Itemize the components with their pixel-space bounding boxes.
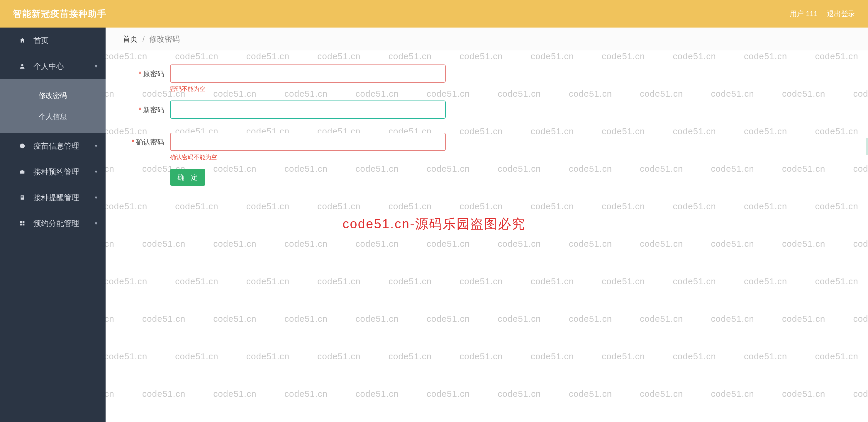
chevron-down-icon: ▾ [95, 220, 97, 227]
new-password-input[interactable] [170, 100, 446, 119]
svg-point-1 [20, 143, 25, 149]
breadcrumb-home[interactable]: 首页 [123, 34, 138, 44]
header-right: 用户 111 退出登录 [790, 9, 855, 19]
new-password-label: *新密码 [123, 100, 170, 115]
sidebar-item-home[interactable]: 首页 [0, 28, 105, 53]
form-row-submit: 确 定 [123, 169, 850, 186]
svg-rect-3 [22, 170, 23, 171]
document-icon [18, 193, 26, 202]
home-icon [18, 36, 26, 44]
required-mark: * [139, 106, 141, 114]
sidebar-subitem-label: 个人信息 [39, 112, 67, 121]
sidebar-item-label: 个人中心 [33, 61, 64, 71]
breadcrumb: 首页 / 修改密码 [105, 28, 868, 51]
svg-rect-9 [20, 224, 22, 225]
chevron-down-icon: ▾ [95, 63, 97, 69]
svg-rect-5 [21, 196, 23, 197]
old-password-error: 密码不能为空 [170, 85, 446, 93]
vaccine-icon [18, 142, 26, 150]
svg-rect-8 [23, 221, 24, 223]
sidebar-subitem-change-password[interactable]: 修改密码 [0, 85, 105, 106]
form-row-confirm-password: *确认密码 确认密码不能为空 [123, 133, 850, 161]
sidebar-item-appointment[interactable]: 接种预约管理 ▾ [0, 159, 105, 185]
form-row-old-password: *原密码 密码不能为空 [123, 64, 850, 93]
logout-link[interactable]: 退出登录 [827, 9, 855, 19]
sidebar-item-personal[interactable]: 个人中心 ▾ [0, 53, 105, 79]
scrollbar-thumb[interactable] [866, 138, 868, 155]
grid-icon [18, 219, 26, 227]
sidebar-item-vaccine[interactable]: 疫苗信息管理 ▾ [0, 133, 105, 159]
chevron-down-icon: ▾ [95, 194, 97, 201]
breadcrumb-sep: / [143, 35, 145, 44]
sidebar-item-label: 接种预约管理 [33, 167, 79, 177]
svg-point-0 [21, 64, 23, 66]
svg-rect-6 [21, 197, 23, 198]
sidebar: 首页 个人中心 ▾ 修改密码 个人信息 疫苗信息管理 ▾ 接种预约管理 ▾ 接种… [0, 28, 105, 422]
required-mark: * [139, 70, 141, 78]
app-title: 智能新冠疫苗接种助手 [13, 8, 107, 20]
old-password-input[interactable] [170, 64, 446, 83]
breadcrumb-current: 修改密码 [149, 34, 180, 44]
user-icon [18, 62, 26, 70]
chevron-down-icon: ▾ [95, 143, 97, 149]
sidebar-item-reminder[interactable]: 接种提醒管理 ▾ [0, 185, 105, 210]
sidebar-item-label: 接种提醒管理 [33, 193, 79, 203]
required-mark: * [132, 138, 134, 146]
new-password-hint [170, 121, 446, 125]
confirm-password-input[interactable] [170, 133, 446, 151]
sidebar-item-label: 首页 [33, 35, 49, 46]
submit-button[interactable]: 确 定 [170, 169, 205, 186]
svg-rect-7 [20, 221, 22, 223]
sidebar-submenu-personal: 修改密码 个人信息 [0, 79, 105, 133]
svg-rect-10 [23, 224, 24, 225]
form-row-new-password: *新密码 [123, 100, 850, 125]
sidebar-subitem-profile[interactable]: 个人信息 [0, 106, 105, 127]
sidebar-item-label: 预约分配管理 [33, 218, 79, 229]
briefcase-icon [18, 168, 26, 176]
svg-rect-2 [20, 170, 25, 173]
main-content: 首页 / 修改密码 *原密码 密码不能为空 *新密码 [105, 28, 868, 422]
confirm-password-label: *确认密码 [123, 133, 170, 147]
change-password-form: *原密码 密码不能为空 *新密码 *确认密码 确认密码不能为空 [105, 51, 868, 207]
sidebar-subitem-label: 修改密码 [39, 91, 67, 100]
old-password-label: *原密码 [123, 64, 170, 78]
sidebar-item-distribution[interactable]: 预约分配管理 ▾ [0, 210, 105, 236]
header-bar: 智能新冠疫苗接种助手 用户 111 退出登录 [0, 0, 868, 28]
sidebar-item-label: 疫苗信息管理 [33, 141, 79, 151]
confirm-password-error: 确认密码不能为空 [170, 153, 446, 161]
chevron-down-icon: ▾ [95, 168, 97, 175]
user-label[interactable]: 用户 111 [790, 9, 817, 19]
